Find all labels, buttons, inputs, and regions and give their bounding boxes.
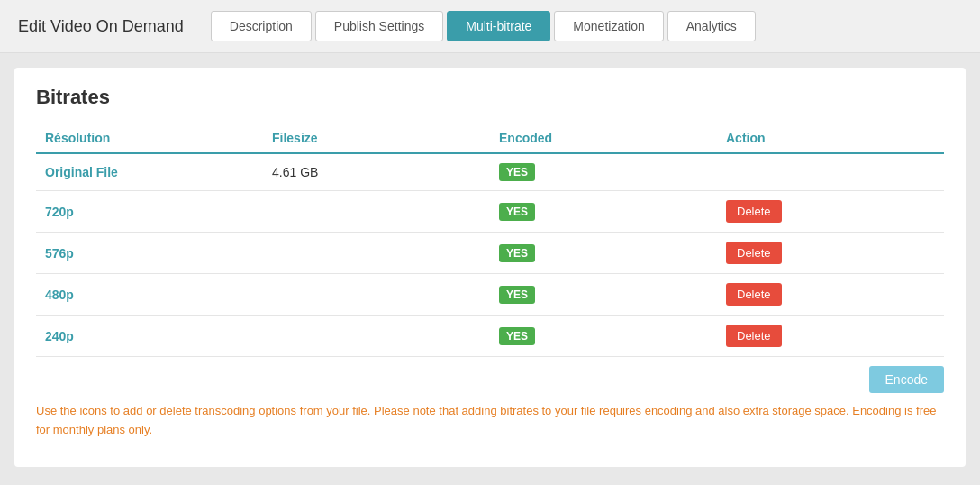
col-header-encoded: Encoded bbox=[490, 124, 717, 153]
filesize-original: 4.61 GB bbox=[272, 165, 318, 179]
delete-button-240p[interactable]: Delete bbox=[726, 325, 782, 347]
encoded-badge-480p: YES bbox=[499, 286, 535, 304]
resolution-720p[interactable]: 720p bbox=[45, 205, 74, 219]
tab-analytics[interactable]: Analytics bbox=[667, 11, 756, 41]
encoded-badge-576p: YES bbox=[499, 244, 535, 262]
resolution-576p[interactable]: 576p bbox=[45, 246, 74, 261]
col-header-filesize: Filesize bbox=[263, 124, 490, 153]
table-row: 480p YES Delete bbox=[36, 274, 944, 316]
top-bar: Edit Video On Demand Description Publish… bbox=[0, 0, 980, 53]
resolution-240p[interactable]: 240p bbox=[45, 329, 74, 343]
main-content: Bitrates Résolution Filesize Encoded Act… bbox=[14, 68, 966, 467]
tab-bar: Description Publish Settings Multi-bitra… bbox=[211, 11, 756, 41]
encoded-badge-original: YES bbox=[499, 163, 535, 181]
col-header-action: Action bbox=[717, 124, 944, 153]
table-row: Original File 4.61 GB YES bbox=[36, 153, 944, 191]
table-row: 240p YES Delete bbox=[36, 316, 944, 357]
tab-publish-settings[interactable]: Publish Settings bbox=[315, 11, 443, 41]
info-text: Use the icons to add or delete transcodi… bbox=[36, 402, 944, 440]
page-title: Edit Video On Demand bbox=[18, 17, 184, 36]
resolution-original[interactable]: Original File bbox=[45, 165, 118, 179]
table-row: 576p YES Delete bbox=[36, 233, 944, 274]
encoded-badge-240p: YES bbox=[499, 327, 535, 345]
col-header-resolution: Résolution bbox=[36, 124, 263, 153]
delete-button-720p[interactable]: Delete bbox=[726, 200, 782, 223]
tab-monetization[interactable]: Monetization bbox=[554, 11, 663, 41]
delete-button-480p[interactable]: Delete bbox=[726, 283, 782, 306]
encode-button[interactable]: Encode bbox=[869, 366, 944, 393]
section-title: Bitrates bbox=[36, 86, 944, 109]
table-row: 720p YES Delete bbox=[36, 191, 944, 233]
bitrates-table: Résolution Filesize Encoded Action Origi… bbox=[36, 124, 944, 357]
delete-button-576p[interactable]: Delete bbox=[726, 242, 782, 264]
resolution-480p[interactable]: 480p bbox=[45, 288, 74, 302]
encode-row: Encode bbox=[36, 366, 944, 393]
tab-multi-bitrate[interactable]: Multi-bitrate bbox=[447, 11, 550, 41]
tab-description[interactable]: Description bbox=[211, 11, 312, 41]
encoded-badge-720p: YES bbox=[499, 203, 535, 221]
